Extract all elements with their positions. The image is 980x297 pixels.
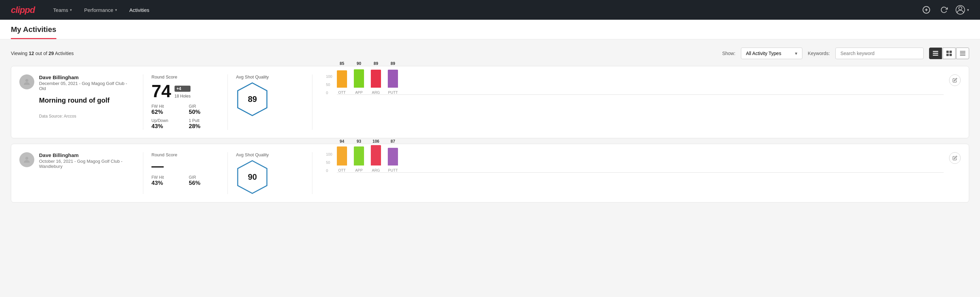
svg-rect-12	[960, 51, 966, 52]
divider-3	[312, 74, 312, 130]
show-label: Show:	[722, 51, 735, 56]
divider-1	[143, 74, 143, 130]
nav-activities-label: Activities	[129, 7, 150, 13]
card-activity-title: Morning round of golf	[39, 96, 135, 104]
nav-performance-chevron: ▾	[115, 8, 117, 12]
nav-performance-label: Performance	[84, 7, 113, 13]
main-content: Viewing 12 out of 29 Activities Show: Al…	[0, 40, 980, 216]
avg-shot-quality-label: Avg Shot Quality	[236, 74, 269, 80]
avatar	[19, 152, 34, 167]
activity-type-chevron: ▾	[795, 51, 797, 56]
view-toggle	[929, 48, 969, 59]
divider-2	[228, 152, 228, 194]
avatar-button[interactable]: ▾	[956, 5, 969, 14]
activity-type-dropdown[interactable]: All Activity Types ▾	[741, 48, 802, 59]
svg-rect-6	[933, 53, 938, 54]
hexagon-quality: 89	[237, 82, 267, 116]
nav-teams[interactable]: Teams ▾	[49, 5, 77, 16]
bar-group-putt: 89 PUTT	[388, 61, 398, 94]
avatar-chevron: ▾	[967, 8, 969, 12]
activity-card-2: Dave Billingham October 16, 2021 - Gog M…	[11, 144, 969, 203]
keywords-label: Keywords:	[808, 51, 830, 56]
activity-type-value: All Activity Types	[746, 51, 781, 56]
logo: clippd	[11, 5, 35, 15]
navbar-right: ▾	[920, 4, 969, 16]
card-user-name: Dave Billingham	[39, 74, 135, 80]
nav-teams-label: Teams	[53, 7, 68, 13]
svg-point-18	[25, 156, 29, 160]
bar-group-ott: 85 OTT	[337, 61, 347, 94]
divider-3	[312, 152, 312, 194]
refresh-button[interactable]	[938, 4, 950, 16]
bar-chart: 100 50 0 94 OTT 93 APP	[321, 152, 943, 172]
card-quality: Avg Shot Quality 90	[236, 152, 304, 194]
nav-teams-chevron: ▾	[70, 8, 72, 12]
card-data-source: Data Source: Arccos	[39, 114, 135, 118]
divider-1	[143, 152, 143, 194]
navbar-left: clippd Teams ▾ Performance ▾ Activities	[11, 5, 154, 16]
svg-rect-14	[960, 54, 966, 54]
svg-rect-5	[933, 51, 938, 52]
card-date-location: December 05, 2021 - Gog Magog Golf Club …	[39, 81, 135, 91]
view-grid-button[interactable]	[943, 48, 956, 59]
bar-group-putt: 87 PUTT	[388, 139, 398, 172]
card-left: Dave Billingham October 16, 2021 - Gog M…	[19, 152, 135, 169]
activities-list: Dave Billingham December 05, 2021 - Gog …	[11, 66, 969, 203]
page-title: My Activities	[11, 25, 56, 39]
svg-point-16	[25, 79, 29, 82]
viewing-total: 29	[49, 51, 54, 56]
svg-rect-11	[950, 54, 952, 56]
view-compact-button[interactable]	[956, 48, 969, 59]
card-date-location: October 16, 2021 - Gog Magog Golf Club -…	[39, 159, 135, 169]
viewing-text: Viewing 12 out of 29 Activities	[11, 51, 717, 56]
nav-activities[interactable]: Activities	[125, 5, 154, 16]
nav-performance[interactable]: Performance ▾	[80, 5, 122, 16]
viewing-suffix: Activities	[55, 51, 74, 56]
edit-button[interactable]	[949, 74, 961, 86]
bar-chart: 100 50 0 85 OTT 90 APP	[321, 74, 943, 95]
card-quality: Avg Shot Quality 89	[236, 74, 304, 116]
bar-group-app: 93 APP	[354, 139, 364, 172]
edit-button[interactable]	[949, 152, 961, 164]
navbar: clippd Teams ▾ Performance ▾ Activities	[0, 0, 980, 20]
card-stats: Round Score 74 +4 18 Holes FW Hit 62% GI…	[151, 74, 220, 130]
hexagon-quality: 90	[237, 160, 267, 194]
bar-group-arg: 106 ARG	[371, 139, 381, 172]
avatar	[19, 74, 34, 89]
card-stats: Round Score — FW Hit 43% GIR 56%	[151, 152, 220, 187]
keywords-input[interactable]	[835, 48, 924, 59]
avg-shot-quality-label: Avg Shot Quality	[236, 152, 269, 157]
svg-rect-10	[947, 54, 949, 56]
svg-rect-8	[947, 51, 949, 53]
round-score-label: Round Score	[151, 152, 220, 157]
round-score-label: Round Score	[151, 74, 220, 80]
nav-items: Teams ▾ Performance ▾ Activities	[49, 5, 154, 16]
bar-group-app: 90 APP	[354, 61, 364, 94]
svg-rect-15	[960, 55, 966, 56]
svg-rect-7	[933, 55, 938, 56]
bar-group-arg: 89 ARG	[371, 61, 381, 94]
add-button[interactable]	[920, 4, 932, 16]
svg-point-3	[959, 7, 962, 10]
activity-card-1: Dave Billingham December 05, 2021 - Gog …	[11, 66, 969, 138]
filter-bar: Viewing 12 out of 29 Activities Show: Al…	[11, 48, 969, 59]
view-list-button[interactable]	[929, 48, 942, 59]
divider-2	[228, 74, 228, 130]
svg-rect-9	[950, 51, 952, 53]
card-user-name: Dave Billingham	[39, 152, 135, 158]
card-left: Dave Billingham December 05, 2021 - Gog …	[19, 74, 135, 118]
bar-group-ott: 94 OTT	[337, 139, 347, 172]
page-header: My Activities	[0, 20, 980, 40]
svg-rect-13	[960, 52, 966, 53]
viewing-count: 12	[29, 51, 34, 56]
